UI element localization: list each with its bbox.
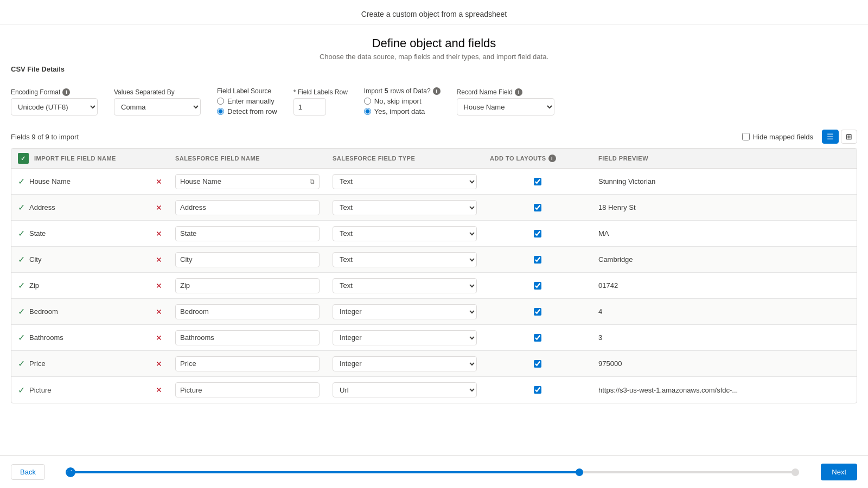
- td-import-field: ✓ Picture ✕: [11, 382, 169, 399]
- values-separated-group: Values Separated By Comma Semicolon Tab …: [114, 88, 201, 115]
- add-to-layouts-checkbox[interactable]: [534, 230, 541, 237]
- table-row: ✓ Address ✕ TextIntegerUrlCheckboxDateDa…: [11, 195, 857, 221]
- import-field-name: Zip: [29, 281, 156, 290]
- encoding-format-select[interactable]: Unicode (UTF8) UTF-16 ISO-8859-1: [11, 98, 98, 115]
- td-sf-field: [169, 379, 326, 401]
- sf-field-input[interactable]: [180, 177, 308, 185]
- td-import-field: ✓ City ✕: [11, 251, 169, 268]
- field-preview-value: Stunning Victorian: [598, 177, 655, 185]
- radio-enter-manually[interactable]: Enter manually: [217, 97, 277, 105]
- hide-mapped-group: Hide mapped fields: [742, 133, 813, 141]
- td-sf-field: [169, 249, 326, 271]
- sf-field-input[interactable]: [180, 386, 315, 394]
- grid-view-button[interactable]: ⊞: [841, 130, 857, 144]
- td-preview: Stunning Victorian: [592, 174, 857, 189]
- table-body: ✓ House Name ✕ ⧉TextIntegerUrlCheckboxDa…: [11, 169, 857, 403]
- radio-no-skip-input[interactable]: [364, 98, 371, 105]
- sf-type-select[interactable]: TextIntegerUrlCheckboxDateDateTimeNumber…: [333, 304, 477, 319]
- td-add-layouts: [483, 383, 592, 397]
- sf-field-input-wrap: [175, 356, 320, 371]
- td-preview: https://s3-us-west-1.amazonaws.com/sfdc-…: [592, 383, 857, 397]
- td-sf-type: TextIntegerUrlCheckboxDateDateTimeNumber…: [326, 353, 483, 375]
- row-check-icon: ✓: [18, 202, 25, 213]
- td-add-layouts: [483, 201, 592, 215]
- radio-no-skip[interactable]: No, skip import: [364, 97, 441, 105]
- sf-type-select[interactable]: TextIntegerUrlCheckboxDateDateTimeNumber…: [333, 330, 477, 345]
- radio-detect-from-row[interactable]: Detect from row: [217, 107, 277, 115]
- remove-field-icon[interactable]: ✕: [156, 386, 162, 394]
- td-import-field: ✓ Bathrooms ✕: [11, 329, 169, 346]
- import-field-name: Bathrooms: [29, 333, 156, 342]
- sf-field-input-wrap: [175, 304, 320, 319]
- sf-field-input[interactable]: [180, 229, 315, 237]
- remove-field-icon[interactable]: ✕: [156, 359, 162, 368]
- row-check-icon: ✓: [18, 385, 25, 395]
- row-check-icon: ✓: [18, 254, 25, 265]
- add-to-layouts-checkbox[interactable]: [534, 256, 541, 264]
- sf-type-select[interactable]: TextIntegerUrlCheckboxDateDateTimeNumber…: [333, 226, 477, 241]
- remove-field-icon[interactable]: ✕: [156, 255, 162, 264]
- sf-type-select[interactable]: TextIntegerUrlCheckboxDateDateTimeNumber…: [333, 278, 477, 293]
- sf-type-select[interactable]: TextIntegerUrlCheckboxDateDateTimeNumber…: [333, 174, 477, 189]
- sf-field-input-wrap: [175, 226, 320, 241]
- sf-field-input[interactable]: [180, 281, 315, 290]
- radio-yes-import[interactable]: Yes, import data: [364, 107, 441, 115]
- import-rows-info-icon[interactable]: i: [433, 87, 441, 95]
- td-sf-field: [169, 301, 326, 323]
- field-preview-value: 975000: [598, 359, 622, 368]
- add-to-layouts-checkbox[interactable]: [534, 282, 541, 290]
- sf-field-copy-icon[interactable]: ⧉: [310, 178, 315, 185]
- add-to-layouts-checkbox[interactable]: [534, 360, 541, 368]
- add-layouts-info-icon[interactable]: i: [548, 155, 556, 162]
- sf-type-select[interactable]: TextIntegerUrlCheckboxDateDateTimeNumber…: [333, 200, 477, 215]
- radio-detect-from-row-input[interactable]: [217, 108, 224, 115]
- sf-type-select[interactable]: TextIntegerUrlCheckboxDateDateTimeNumber…: [333, 382, 477, 397]
- sf-type-select[interactable]: TextIntegerUrlCheckboxDateDateTimeNumber…: [333, 252, 477, 267]
- radio-enter-manually-input[interactable]: [217, 98, 224, 105]
- td-sf-type: TextIntegerUrlCheckboxDateDateTimeNumber…: [326, 379, 483, 401]
- remove-field-icon[interactable]: ✕: [156, 307, 162, 316]
- remove-field-icon[interactable]: ✕: [156, 281, 162, 290]
- remove-field-icon[interactable]: ✕: [156, 177, 162, 186]
- remove-field-icon[interactable]: ✕: [156, 203, 162, 212]
- import-rows-label: Import 5 rows of Data? i: [364, 87, 441, 95]
- encoding-info-icon[interactable]: i: [62, 88, 70, 96]
- record-name-field-select[interactable]: House Name Address City: [457, 98, 554, 115]
- remove-field-icon[interactable]: ✕: [156, 229, 162, 238]
- view-toggle: ☰ ⊞: [822, 130, 857, 144]
- record-name-info-icon[interactable]: i: [515, 88, 522, 96]
- td-add-layouts: [483, 279, 592, 293]
- td-sf-type: TextIntegerUrlCheckboxDateDateTimeNumber…: [326, 301, 483, 323]
- th-add-layouts: ADD TO LAYOUTS i: [483, 149, 592, 168]
- sf-type-select[interactable]: TextIntegerUrlCheckboxDateDateTimeNumber…: [333, 356, 477, 371]
- remove-field-icon[interactable]: ✕: [156, 333, 162, 342]
- import-field-name: Address: [29, 203, 156, 211]
- sf-field-input[interactable]: [180, 255, 315, 264]
- sf-field-input[interactable]: [180, 203, 315, 211]
- td-preview: 01742: [592, 278, 857, 293]
- sf-field-input[interactable]: [180, 307, 315, 316]
- td-sf-type: TextIntegerUrlCheckboxDateDateTimeNumber…: [326, 223, 483, 245]
- td-add-layouts: [483, 253, 592, 267]
- td-add-layouts: [483, 305, 592, 319]
- import-field-name: House Name: [29, 177, 156, 185]
- sf-field-input[interactable]: [180, 333, 315, 342]
- add-to-layouts-checkbox[interactable]: [534, 334, 541, 342]
- add-to-layouts-checkbox[interactable]: [534, 386, 541, 394]
- page-title: Define object and fields: [0, 36, 868, 50]
- values-separated-select[interactable]: Comma Semicolon Tab Pipe: [114, 98, 201, 115]
- td-sf-type: TextIntegerUrlCheckboxDateDateTimeNumber…: [326, 171, 483, 192]
- add-to-layouts-checkbox[interactable]: [534, 178, 541, 185]
- table-row: ✓ Bedroom ✕ TextIntegerUrlCheckboxDateDa…: [11, 299, 857, 325]
- td-preview: 3: [592, 330, 857, 345]
- radio-yes-import-input[interactable]: [364, 108, 371, 115]
- sf-field-input[interactable]: [180, 359, 315, 368]
- th-preview: FIELD PREVIEW: [592, 149, 857, 168]
- hide-mapped-checkbox[interactable]: [742, 133, 750, 140]
- add-to-layouts-checkbox[interactable]: [534, 204, 541, 211]
- list-view-button[interactable]: ☰: [822, 130, 839, 144]
- td-sf-type: TextIntegerUrlCheckboxDateDateTimeNumber…: [326, 275, 483, 297]
- td-import-field: ✓ House Name ✕: [11, 173, 169, 190]
- field-labels-row-input[interactable]: [293, 98, 326, 115]
- add-to-layouts-checkbox[interactable]: [534, 308, 541, 316]
